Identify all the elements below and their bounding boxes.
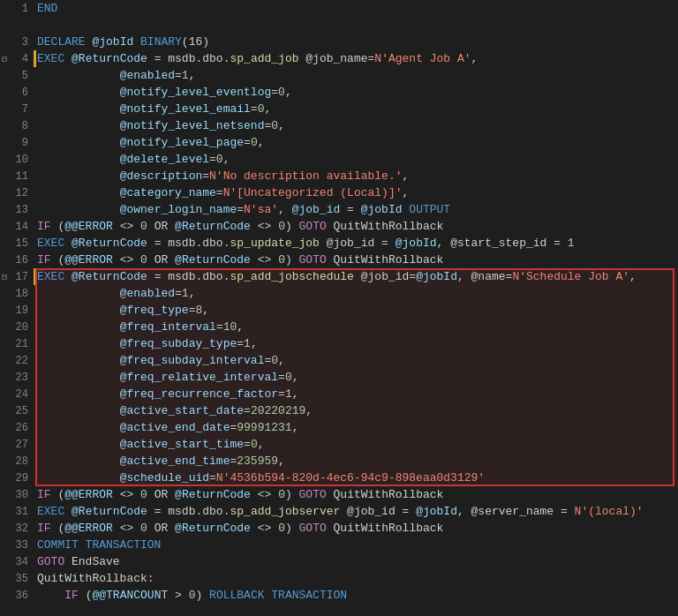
token-aet: @active_end_time — [120, 454, 230, 468]
token-output: OUTPUT — [409, 203, 450, 216]
eq25: = — [244, 404, 251, 417]
token-rc6: @ReturnCode — [72, 505, 147, 518]
token-rc4: @ReturnCode — [72, 270, 147, 283]
token-rc3: @ReturnCode — [175, 253, 251, 267]
gutter-line-11: 11 — [0, 168, 34, 184]
indent18 — [37, 287, 120, 300]
token-ast: @active_start_time — [120, 438, 244, 451]
code-line-20: @freq_interval = 10 , — [37, 319, 678, 335]
indent36 — [37, 589, 64, 602]
cp14: ) — [285, 220, 299, 233]
cp30: ) — [285, 488, 299, 501]
cm24: , — [292, 387, 299, 401]
eq12: = — [216, 186, 223, 199]
token-0j: 0 — [271, 354, 278, 367]
gutter-line-7: 7 — [0, 101, 34, 117]
token-sa: N'sa' — [244, 203, 278, 216]
p4: @job_name= — [299, 52, 375, 65]
code-line-22: @freq_subday_interval = 0 , — [37, 352, 678, 369]
indent9 — [37, 136, 120, 149]
eq20: = — [216, 320, 223, 334]
token-ft: @freq_type — [120, 304, 189, 317]
p16: ( — [51, 253, 65, 267]
p31: @job_id = — [340, 505, 416, 518]
token-fsi: @freq_subday_interval — [120, 354, 265, 367]
gutter-line-14: 14 — [0, 218, 34, 235]
token-enabled18: @enabled — [120, 287, 175, 300]
indent29 — [37, 471, 120, 485]
token-local: N'(local)' — [575, 505, 644, 518]
token-dl: @delete_level — [120, 153, 209, 166]
token-space — [86, 35, 93, 49]
token-error1: @@ERROR — [64, 220, 113, 233]
token-0d: 0 — [251, 136, 258, 149]
token-date2: 99991231 — [237, 421, 291, 434]
code-line-21: @freq_subday_type = 1 , — [37, 335, 678, 352]
code-line-11: @description = N'No description availabl… — [37, 168, 678, 184]
indent7 — [37, 102, 120, 116]
token-0h: 0 — [140, 253, 147, 267]
indent26 — [37, 421, 120, 434]
cm13: , — [278, 203, 292, 216]
token-0k: 0 — [285, 371, 292, 384]
gutter-line-22: 22 — [0, 352, 34, 369]
token-nodesc: N'No description available.' — [209, 169, 402, 183]
token-if5: IF — [64, 589, 79, 602]
token-spaddjobschedule: sp_add_jobschedule — [230, 270, 353, 283]
eq13: = — [237, 203, 244, 216]
sp31 — [64, 505, 72, 518]
token-fst: @freq_subday_type — [120, 337, 237, 350]
gutter-line-18: 18 — [0, 285, 34, 302]
token-suid: @schedule_uid — [120, 471, 209, 485]
token-goto3: GOTO — [299, 488, 327, 501]
gutter-line-9: 9 — [0, 134, 34, 151]
code-editor: 1 3 ⊟ 4 5 6 7 8 9 10 11 12 13 14 15 16 ⊟… — [0, 0, 678, 616]
ne16a: <> — [113, 253, 140, 267]
code-line-32: IF ( @@ERROR <> 0 OR @ReturnCode <> 0 ) … — [37, 520, 678, 537]
token-schedulename: N'Schedule Job A' — [512, 270, 629, 283]
eq28: = — [230, 454, 237, 468]
token-nlem: @notify_level_email — [120, 102, 251, 116]
token-uuid: N'4536b594-820d-4ec6-94c9-898eaa0d3129' — [216, 471, 485, 485]
endsave: EndSave — [64, 555, 119, 568]
token-jobid17: @jobId — [416, 270, 457, 283]
indent5 — [37, 69, 120, 82]
eq29: = — [209, 471, 216, 485]
collapse-arrow-4[interactable]: ⊟ — [2, 54, 7, 64]
cm20: , — [237, 320, 244, 334]
gutter-line-19: 19 — [0, 302, 34, 319]
token-if1: IF — [37, 220, 51, 233]
token-1a: 1 — [182, 69, 189, 82]
token-if3: IF — [37, 488, 51, 501]
gutter-line-26: 26 — [0, 419, 34, 436]
qwr1: QuitWithRollback — [327, 220, 444, 233]
eq22: = — [264, 354, 271, 367]
eq7: = — [251, 102, 258, 116]
token-exec1: EXEC — [37, 52, 64, 65]
code-line-15: EXEC @ReturnCode = msdb.dbo. sp_update_j… — [37, 235, 678, 252]
indent28 — [37, 454, 120, 468]
token-1d: 1 — [244, 337, 251, 350]
line-numbers: 1 3 ⊟ 4 5 6 7 8 9 10 11 12 13 14 15 16 ⊟… — [0, 0, 34, 616]
indent19 — [37, 304, 120, 317]
token-if4: IF — [37, 522, 51, 535]
gutter-line-10: 10 — [0, 151, 34, 168]
indent13 — [37, 203, 120, 216]
indent24 — [37, 387, 120, 401]
code-line-33: COMMIT TRANSACTION — [37, 537, 678, 553]
code-line-30: IF ( @@ERROR <> 0 OR @ReturnCode <> 0 ) … — [37, 486, 678, 503]
token-fi: @freq_interval — [120, 320, 216, 334]
token-0f: 0 — [140, 220, 147, 233]
cm15: , @start_step_id = — [437, 237, 568, 250]
cm17a: , @name= — [457, 270, 512, 283]
ne14b: <> — [251, 220, 278, 233]
p32: ( — [51, 522, 65, 535]
code-line-18: @enabled = 1 , — [37, 285, 678, 302]
cm10: , — [223, 153, 230, 166]
indent27 — [37, 438, 120, 451]
code-line-12: @category_name = N'[Uncategorized (Local… — [37, 184, 678, 201]
collapse-arrow-17[interactable]: ⊟ — [2, 272, 7, 282]
or32: OR — [147, 522, 175, 535]
token-rollback: ROLLBACK TRANSACTION — [209, 589, 347, 602]
or30: OR — [147, 488, 175, 501]
